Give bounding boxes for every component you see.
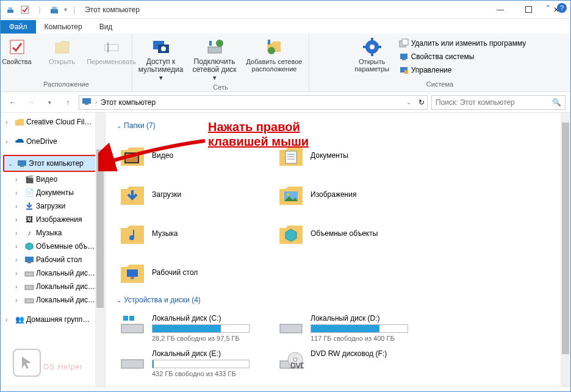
tab-computer[interactable]: Компьютер bbox=[36, 20, 91, 34]
search-box[interactable]: 🔍 bbox=[431, 95, 566, 110]
search-icon[interactable]: 🔍 bbox=[552, 98, 561, 107]
tree-onedrive[interactable]: ›OneDrive bbox=[1, 135, 105, 148]
svg-rect-49 bbox=[121, 324, 143, 333]
svg-rect-53 bbox=[121, 360, 143, 368]
ribbon-sys-properties[interactable]: Свойства системы bbox=[395, 51, 530, 63]
svg-point-18 bbox=[370, 45, 375, 49]
svg-rect-26 bbox=[402, 59, 406, 60]
drive-icon bbox=[119, 349, 146, 371]
help-icon[interactable]: ? bbox=[557, 3, 567, 13]
pc-icon bbox=[82, 96, 92, 108]
ribbon-settings[interactable]: Открыть параметры bbox=[350, 36, 394, 74]
tree-documents[interactable]: ›📄Документы bbox=[1, 186, 105, 199]
uninstall-icon bbox=[399, 38, 409, 48]
svg-rect-28 bbox=[404, 70, 408, 74]
tree-creative-cloud[interactable]: ›Creative Cloud Fil… bbox=[1, 115, 105, 129]
folder-pictures[interactable]: Изображения bbox=[275, 175, 434, 214]
ribbon-media-access[interactable]: Доступ к мультимедиа ▾ bbox=[135, 36, 187, 82]
documents-icon: 📄 bbox=[24, 188, 35, 198]
svg-rect-48 bbox=[131, 277, 134, 279]
collapse-ribbon-icon[interactable]: ⌃ bbox=[545, 4, 551, 12]
folder-music[interactable]: Музыка bbox=[117, 214, 275, 253]
drive-d[interactable]: Локальный диск (D:)117 ГБ свободно из 40… bbox=[275, 310, 434, 346]
drive-c[interactable]: Локальный диск (C:)28,2 ГБ свободно из 9… bbox=[117, 310, 275, 346]
minimize-button[interactable]: — bbox=[486, 1, 514, 19]
dvd-icon: DVD bbox=[278, 349, 304, 371]
address-dropdown-icon[interactable]: ⌄ bbox=[406, 99, 411, 105]
svg-rect-25 bbox=[400, 54, 408, 59]
tree-music[interactable]: ›♪Музыка bbox=[1, 226, 105, 240]
svg-rect-0 bbox=[7, 10, 13, 13]
ribbon-uninstall[interactable]: Удалить или изменить программу bbox=[395, 37, 530, 49]
pictures-folder-icon bbox=[278, 181, 304, 208]
usage-bar bbox=[311, 324, 408, 333]
folder-3d[interactable]: Объемные объекты bbox=[275, 214, 434, 253]
svg-rect-30 bbox=[85, 104, 88, 105]
maximize-button[interactable] bbox=[514, 1, 542, 19]
sys-props-icon bbox=[399, 52, 409, 62]
3d-folder-icon bbox=[278, 220, 304, 247]
tree-homegroup[interactable]: ›👥Домашняя групп… bbox=[1, 313, 105, 326]
back-button[interactable]: ← bbox=[5, 95, 20, 110]
tree-desktop[interactable]: ›Рабочий стол bbox=[1, 253, 105, 266]
svg-rect-38 bbox=[25, 299, 34, 303]
qat-dropdown-icon[interactable]: ▾ bbox=[64, 6, 67, 13]
video-icon: 🎬 bbox=[24, 174, 35, 184]
tree-pictures[interactable]: ›🖼Изображения bbox=[1, 213, 105, 226]
svg-rect-31 bbox=[18, 160, 26, 166]
drive-icon bbox=[24, 268, 35, 278]
ribbon-add-network[interactable]: Добавить сетевое расположение bbox=[243, 36, 306, 82]
forward-button: → bbox=[24, 95, 38, 110]
tree-drive-d[interactable]: ›Локальный дис… bbox=[1, 280, 105, 293]
usage-bar bbox=[152, 360, 250, 368]
svg-rect-5 bbox=[525, 7, 531, 13]
svg-point-13 bbox=[216, 40, 223, 47]
main-scrollbar[interactable] bbox=[561, 113, 570, 387]
instruction-arrow bbox=[98, 135, 208, 171]
refresh-icon[interactable]: ↻ bbox=[418, 98, 425, 107]
drive-e[interactable]: Локальный диск (E:)432 ГБ свободно из 43… bbox=[117, 346, 275, 381]
status-bar: Элементов: 11 bbox=[1, 387, 570, 392]
tree-drive-c[interactable]: ›Локальный дис… bbox=[1, 266, 105, 280]
tree-drive-e[interactable]: ›Локальный дис… bbox=[1, 293, 105, 307]
desktop-icon bbox=[24, 255, 35, 265]
svg-rect-12 bbox=[208, 47, 221, 53]
ribbon-map-drive[interactable]: Подключить сетевой диск ▾ bbox=[188, 36, 242, 82]
qat-properties-icon[interactable] bbox=[20, 5, 30, 15]
tab-view[interactable]: Вид bbox=[91, 20, 121, 34]
tree-downloads[interactable]: ›Загрузки bbox=[1, 199, 105, 213]
folder-downloads[interactable]: Загрузки bbox=[117, 175, 275, 214]
svg-rect-37 bbox=[25, 285, 34, 290]
rename-icon bbox=[102, 37, 121, 57]
up-button[interactable]: ↑ bbox=[60, 95, 75, 110]
address-bar[interactable]: › Этот компьютер ⌄ ↻ bbox=[79, 95, 428, 110]
music-icon: ♪ bbox=[24, 228, 35, 238]
usage-bar bbox=[152, 324, 250, 333]
properties-icon bbox=[7, 37, 27, 57]
folder-desktop[interactable]: Рабочий стол bbox=[117, 253, 275, 292]
svg-rect-4 bbox=[52, 7, 57, 9]
pictures-icon: 🖼 bbox=[24, 215, 35, 224]
ribbon-properties[interactable]: Свойства bbox=[0, 36, 39, 66]
title-bar: | ▾ | Этот компьютер — ✕ bbox=[1, 1, 570, 19]
pc-icon bbox=[16, 159, 27, 168]
drive-icon bbox=[24, 282, 35, 291]
nav-bar: ← → ▾ ↑ › Этот компьютер ⌄ ↻ 🔍 bbox=[1, 92, 570, 113]
search-input[interactable] bbox=[436, 98, 552, 107]
3d-icon bbox=[24, 241, 35, 251]
tree-this-pc[interactable]: ⌄Этот компьютер bbox=[3, 155, 102, 172]
homegroup-icon: 👥 bbox=[14, 315, 25, 324]
ribbon-manage[interactable]: Управление bbox=[395, 64, 530, 76]
qat-icon[interactable] bbox=[5, 5, 15, 15]
recent-dropdown[interactable]: ▾ bbox=[42, 95, 57, 110]
media-icon bbox=[151, 37, 171, 57]
navigation-pane: ›Creative Cloud Fil… ›OneDrive ⌄Этот ком… bbox=[1, 113, 106, 387]
tree-video[interactable]: ›🎬Видео bbox=[1, 173, 105, 186]
drive-dvd[interactable]: DVD DVD RW дисковод (F:) bbox=[275, 346, 434, 381]
map-drive-icon bbox=[205, 37, 224, 57]
drives-header[interactable]: ⌄Устройства и диски (4) bbox=[117, 296, 559, 304]
tab-file[interactable]: Файл bbox=[1, 20, 36, 34]
tree-3d[interactable]: ›Объемные объ… bbox=[1, 240, 105, 253]
folder-icon bbox=[14, 117, 25, 127]
item-count: Элементов: 11 bbox=[7, 390, 57, 393]
